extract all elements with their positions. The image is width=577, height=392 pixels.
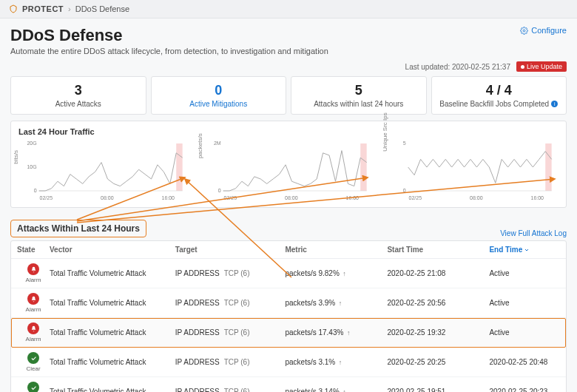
cell-metric: packets/s 3.14% ↑: [285, 388, 387, 392]
live-dot-icon: [521, 65, 524, 69]
stat-value: 0: [156, 83, 282, 98]
cell-state: Alarm: [17, 263, 50, 283]
cell-target: IP ADDRESSTCP (6): [175, 269, 286, 277]
attacks-table: State Vector Target Metric Start Time En…: [10, 240, 567, 392]
svg-rect-9: [361, 143, 367, 191]
col-metric[interactable]: Metric: [285, 246, 387, 254]
cell-target: IP ADDRESSTCP (6): [175, 358, 286, 366]
clear-check-icon: [27, 352, 39, 364]
traffic-chart-0[interactable]: 010G20G02/2508:0016:00: [18, 141, 189, 201]
svg-text:2M: 2M: [214, 141, 221, 146]
cell-end-time: Active: [489, 299, 560, 307]
traffic-chart-1[interactable]: 02M02/2508:0016:00: [203, 141, 374, 201]
shield-icon: [9, 4, 18, 13]
cell-vector: Total Traffic Volumetric Attack: [50, 388, 175, 392]
col-state: State: [17, 246, 50, 254]
state-text: Alarm: [17, 277, 50, 283]
col-start-time[interactable]: Start Time: [387, 246, 489, 254]
page-subtitle: Automate the entire DDoS attack lifecycl…: [10, 47, 328, 55]
stat-active-attacks[interactable]: 3 Active Attacks: [10, 76, 146, 115]
svg-rect-16: [545, 143, 551, 191]
table-row[interactable]: Alarm Total Traffic Volumetric Attack IP…: [11, 288, 566, 318]
svg-text:20G: 20G: [27, 141, 36, 146]
col-end-time[interactable]: End Time: [489, 246, 560, 254]
cell-start-time: 2020-02-25 19:51: [387, 388, 489, 392]
cell-end-time: 2020-02-25 20:23: [489, 388, 560, 392]
cell-end-time: 2020-02-25 20:48: [489, 358, 560, 366]
svg-text:16:00: 16:00: [161, 195, 175, 200]
table-row[interactable]: Alarm Total Traffic Volumetric Attack IP…: [11, 259, 566, 288]
svg-text:16:00: 16:00: [346, 195, 360, 200]
chevron-down-icon: [524, 247, 530, 253]
table-row[interactable]: Clear Total Traffic Volumetric Attack IP…: [11, 348, 566, 377]
stat-attacks-24h[interactable]: 5 Attacks within last 24 hours: [291, 76, 427, 115]
breadcrumb-root[interactable]: PROTECT: [22, 4, 64, 13]
stat-baseline-backfill[interactable]: 4 / 4 Baseline Backfill Jobs Completedi: [431, 76, 567, 115]
cell-metric: packets/s 17.43% ↑: [285, 328, 387, 337]
svg-text:02/25: 02/25: [408, 195, 422, 200]
cell-target: IP ADDRESSTCP (6): [175, 388, 286, 392]
chevron-right-icon: ›: [68, 4, 71, 13]
arrow-up-icon: ↑: [337, 300, 342, 307]
last-updated: Last updated: 2020-02-25 21:37: [405, 63, 510, 71]
svg-text:08:00: 08:00: [470, 195, 483, 200]
stat-active-mitigations[interactable]: 0 Active Mitigations: [151, 76, 287, 115]
arrow-up-icon: ↑: [337, 359, 342, 366]
breadcrumb-current[interactable]: DDoS Defense: [75, 4, 129, 13]
state-text: Alarm: [17, 306, 50, 313]
live-update-button[interactable]: Live Update: [516, 61, 567, 72]
arrow-up-icon: ↑: [341, 388, 346, 392]
configure-button[interactable]: Configure: [520, 26, 567, 35]
cell-state: Alarm: [17, 322, 50, 342]
svg-rect-1: [176, 143, 182, 191]
cell-state: Clear: [17, 382, 50, 392]
page-title: DDoS Defense: [10, 26, 328, 45]
charts-panel: Last 24 Hour Traffic bits/s 010G20G02/25…: [10, 121, 567, 208]
chart-ylabel: bits/s: [13, 150, 19, 164]
svg-text:0: 0: [402, 188, 405, 193]
svg-text:02/25: 02/25: [40, 195, 53, 200]
view-full-attack-log-link[interactable]: View Full Attack Log: [500, 229, 567, 237]
attacks-section-title: Attacks Within Last 24 Hours: [10, 220, 146, 237]
col-end-time-label: End Time: [489, 246, 522, 254]
stat-value: 5: [296, 83, 422, 98]
cell-state: Clear: [17, 352, 50, 372]
cell-metric: packets/s 9.82% ↑: [285, 269, 387, 277]
svg-text:5: 5: [402, 141, 405, 146]
stat-label: Baseline Backfill Jobs Completed: [439, 100, 549, 108]
cell-metric: packets/s 3.9% ↑: [285, 299, 387, 307]
breadcrumb: PROTECT › DDoS Defense: [0, 0, 577, 18]
alarm-bell-icon: [27, 263, 39, 275]
chart-ylabel: Unique Src Ips: [382, 112, 388, 151]
table-header: State Vector Target Metric Start Time En…: [11, 241, 566, 259]
info-icon[interactable]: i: [551, 101, 558, 107]
cell-state: Alarm: [17, 293, 50, 313]
cell-vector: Total Traffic Volumetric Attack: [50, 328, 175, 337]
live-update-label: Live Update: [527, 63, 562, 70]
table-row[interactable]: Alarm Total Traffic Volumetric Attack IP…: [11, 318, 566, 348]
cell-end-time: Active: [489, 328, 560, 337]
stat-value: 3: [16, 83, 141, 98]
stat-label: Active Mitigations: [156, 100, 282, 108]
cell-start-time: 2020-02-25 20:56: [387, 299, 489, 307]
svg-point-0: [523, 30, 525, 32]
cell-target: IP ADDRESSTCP (6): [175, 299, 286, 307]
cell-start-time: 2020-02-25 20:25: [387, 358, 489, 366]
stat-value: 4 / 4: [436, 83, 562, 98]
cell-vector: Total Traffic Volumetric Attack: [50, 269, 175, 277]
table-row[interactable]: Clear Total Traffic Volumetric Attack IP…: [11, 377, 566, 392]
stat-label: Active Attacks: [16, 100, 141, 108]
col-vector[interactable]: Vector: [50, 246, 175, 254]
svg-text:0: 0: [34, 188, 37, 193]
svg-text:02/25: 02/25: [224, 195, 237, 200]
traffic-chart-2[interactable]: 0502/2508:0016:00: [388, 141, 559, 201]
arrow-up-icon: ↑: [341, 270, 346, 277]
svg-text:08:00: 08:00: [285, 195, 298, 200]
alarm-bell-icon: [27, 322, 39, 334]
svg-text:08:00: 08:00: [101, 195, 114, 200]
configure-label: Configure: [531, 26, 567, 35]
cell-end-time: Active: [489, 269, 560, 277]
cell-start-time: 2020-02-25 19:32: [387, 328, 489, 337]
arrow-up-icon: ↑: [345, 329, 350, 337]
col-target[interactable]: Target: [175, 246, 286, 254]
